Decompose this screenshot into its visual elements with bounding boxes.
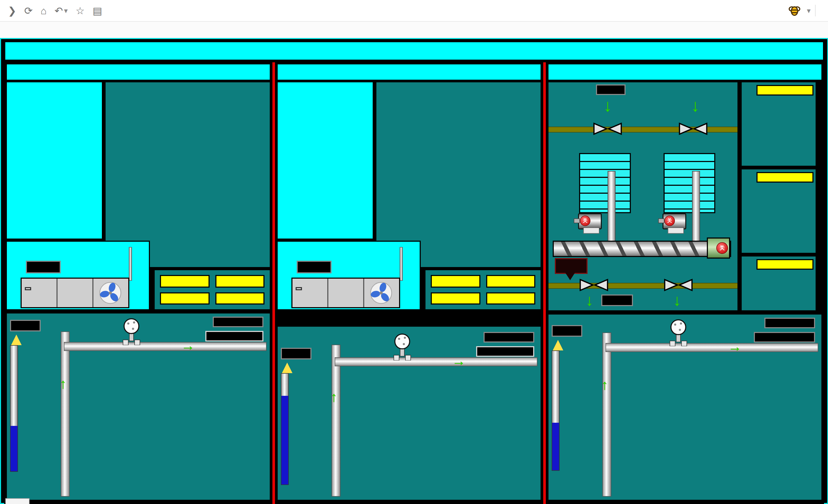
reading-list-icon[interactable]: ▤ [93, 5, 102, 15]
undo-icon[interactable]: ↶ [55, 5, 63, 15]
gates-control-button[interactable] [215, 292, 264, 304]
grid2-status-block [741, 168, 817, 254]
station-2-gates-panel [375, 81, 542, 268]
favorite-star-icon[interactable]: ☆ [76, 5, 85, 15]
outlet-pipe [548, 283, 738, 289]
total-flow-display [476, 346, 534, 357]
gate-valve-icon [664, 279, 693, 291]
flow-down-arrow-icon: ↓ [691, 97, 699, 114]
forward-icon[interactable]: ❯ [8, 5, 16, 15]
enter-conveyor-control-button[interactable] [756, 259, 814, 270]
deodor-device [291, 278, 400, 308]
grid-riser-pipe [692, 171, 700, 246]
station-1-control-buttons [154, 269, 271, 310]
deodor-device [20, 278, 129, 308]
fan-icon [370, 281, 393, 304]
total-flow-display [205, 331, 263, 341]
motor-state-badge: 关 [664, 216, 675, 226]
bar-screen-grid [664, 153, 715, 213]
grid-motor-icon: 关 [578, 213, 602, 229]
motor-state-badge: 关 [716, 242, 728, 254]
flow-meter-icon [390, 333, 414, 361]
pre-level-display [596, 84, 626, 95]
station-1-header [6, 63, 271, 81]
gauge-pointer-icon [553, 340, 563, 350]
browser-navbar: ❯ ⟳ ⌂ ↶▾ ☆ ▤ ▾ [0, 0, 828, 22]
sump-level-display [10, 320, 41, 331]
bee-extension-icon[interactable] [788, 4, 801, 17]
page-title [4, 41, 824, 61]
flow-down-arrow-icon: ↓ [673, 292, 681, 308]
total-flow-display [753, 332, 815, 342]
flow-right-arrow-icon: → [728, 340, 742, 353]
motor-state-badge: 关 [580, 216, 590, 226]
extension-dropdown-icon[interactable]: ▾ [807, 7, 811, 14]
station-3-pump-panel: ↑ → [547, 313, 822, 501]
scada-screen: ↑ → [0, 38, 828, 504]
gate-valve-icon [593, 122, 622, 135]
grid2-control-button[interactable] [215, 275, 264, 287]
sump-level-display [281, 348, 312, 360]
main-riser-pipe [61, 331, 70, 497]
deodor-mode-button[interactable] [296, 287, 302, 290]
inlet-pipe [548, 127, 738, 132]
flow-down-arrow-icon: ↓ [604, 97, 612, 114]
enter-grid1-control-button[interactable] [756, 85, 814, 95]
discharge-hopper [555, 258, 587, 274]
station-1-lv-panel [6, 81, 103, 240]
enter-grid2-control-button[interactable] [756, 172, 814, 182]
bar-screen-grid [579, 153, 631, 213]
sump-gauge [552, 350, 601, 472]
freq-display [26, 261, 61, 274]
gates-control-button[interactable] [486, 292, 535, 304]
station-3: ↓ ↓ [546, 62, 824, 504]
gate-valve-icon [678, 122, 708, 135]
station-1-deodor-panel [6, 241, 150, 310]
inst-flow-display [764, 318, 815, 328]
main-riser-pipe [332, 345, 340, 497]
flow-up-arrow-icon: ↑ [60, 377, 67, 390]
post-level-display [601, 294, 633, 306]
main-riser-pipe [602, 333, 611, 497]
deodor-control-button[interactable] [160, 292, 209, 304]
station-3-status-panel [741, 81, 817, 311]
station-1: ↑ → [4, 62, 273, 504]
deodor-mode-button[interactable] [25, 287, 31, 290]
station-2-header [277, 63, 542, 81]
flow-up-arrow-icon: ↑ [330, 390, 337, 404]
station-1-gates-panel [105, 81, 271, 268]
gauge-pointer-icon [11, 335, 22, 345]
undo-dropdown-icon[interactable]: ▾ [64, 7, 68, 14]
flow-right-arrow-icon: → [452, 354, 466, 368]
grid-motor-icon: 关 [663, 213, 686, 229]
grid1-control-button[interactable] [431, 275, 480, 287]
inst-flow-display [213, 317, 263, 327]
station-2-control-buttons [424, 269, 542, 310]
viewport: ❯ ⟳ ⌂ ↶▾ ☆ ▤ ▾ [0, 0, 828, 504]
station-3-header [547, 63, 822, 81]
antenna [400, 247, 403, 281]
flow-meter-icon [120, 318, 143, 345]
gate-valve-icon [579, 279, 609, 291]
station-2-deodor-panel [277, 241, 421, 310]
divider [815, 5, 815, 16]
station-divider [273, 62, 275, 504]
grid-riser-pipe [608, 171, 616, 246]
home-icon[interactable]: ⌂ [41, 5, 47, 15]
deodor-control-button[interactable] [431, 292, 480, 304]
refresh-icon[interactable]: ⟳ [24, 5, 33, 15]
fan-icon [99, 281, 122, 304]
station-2: ↑ → [275, 62, 543, 504]
flow-down-arrow-icon: ↓ [585, 292, 593, 308]
grid1-control-button[interactable] [160, 275, 209, 287]
freq-display [297, 261, 332, 274]
conveyor-status-block [741, 255, 817, 311]
flow-up-arrow-icon: ↑ [601, 378, 608, 391]
flow-right-arrow-icon: → [181, 339, 195, 352]
grid2-control-button[interactable] [486, 275, 535, 287]
station-3-diagram-panel: ↓ ↓ [547, 81, 739, 311]
station-2-lv-panel [277, 81, 374, 240]
screw-conveyor [553, 241, 731, 257]
sump-gauge [281, 373, 330, 486]
browser-status-text [5, 498, 30, 504]
